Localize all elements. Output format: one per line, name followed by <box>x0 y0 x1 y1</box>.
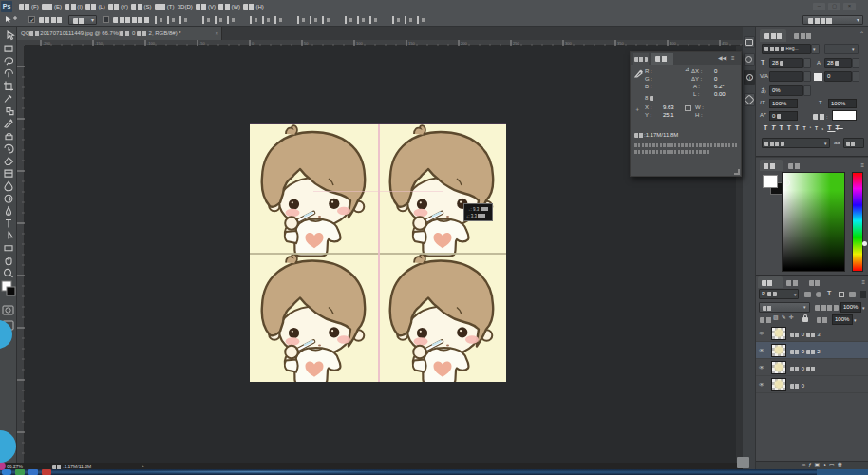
svg-text:250: 250 <box>513 41 519 46</box>
svg-text:450: 450 <box>722 41 728 46</box>
svg-text:400: 400 <box>670 41 676 46</box>
svg-text:50: 50 <box>304 41 309 46</box>
svg-text:200: 200 <box>461 41 467 46</box>
svg-text:0: 0 <box>252 41 255 46</box>
svg-text:-50: -50 <box>199 41 206 46</box>
svg-text:350: 350 <box>617 41 624 46</box>
svg-text:-200: -200 <box>43 41 51 46</box>
svg-text:100: 100 <box>356 41 363 46</box>
svg-text:150: 150 <box>408 41 415 46</box>
svg-text:300: 300 <box>565 41 572 46</box>
svg-text:-150: -150 <box>95 41 104 46</box>
svg-text:-100: -100 <box>147 41 156 46</box>
